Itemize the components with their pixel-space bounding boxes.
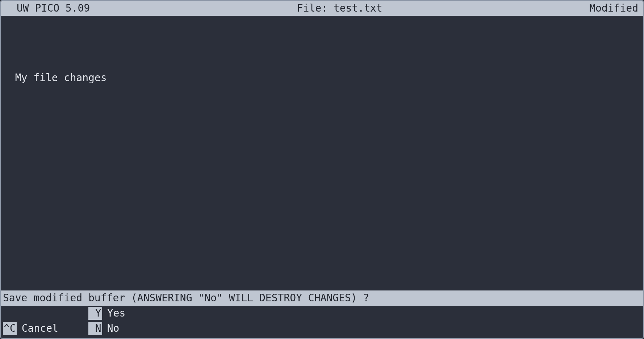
key-ctrl-c: ^C <box>3 322 17 335</box>
key-y: Y <box>88 307 102 320</box>
prompt-options: Y Yes ^C Cancel N No <box>1 306 643 338</box>
editor-content: My file changes <box>15 72 107 84</box>
modified-status: Modified <box>589 2 640 15</box>
editor-buffer[interactable]: My file changes <box>1 16 643 290</box>
app-name: UW PICO 5.09 <box>4 2 90 15</box>
option-row-1: Y Yes <box>3 306 641 321</box>
option-no[interactable]: N No <box>88 322 119 335</box>
title-bar: UW PICO 5.09 File: test.txt Modified <box>1 1 643 16</box>
label-yes: Yes <box>102 307 126 320</box>
file-name: File: test.txt <box>90 2 589 15</box>
label-no: No <box>102 322 120 335</box>
option-cancel[interactable]: ^C Cancel <box>3 322 88 335</box>
label-cancel: Cancel <box>17 322 58 335</box>
option-row-2: ^C Cancel N No <box>3 321 641 336</box>
option-yes[interactable]: Y Yes <box>88 307 125 320</box>
save-prompt: Save modified buffer (ANSWERING "No" WIL… <box>1 290 643 306</box>
save-prompt-text: Save modified buffer (ANSWERING "No" WIL… <box>3 292 369 305</box>
key-n: N <box>88 322 102 335</box>
